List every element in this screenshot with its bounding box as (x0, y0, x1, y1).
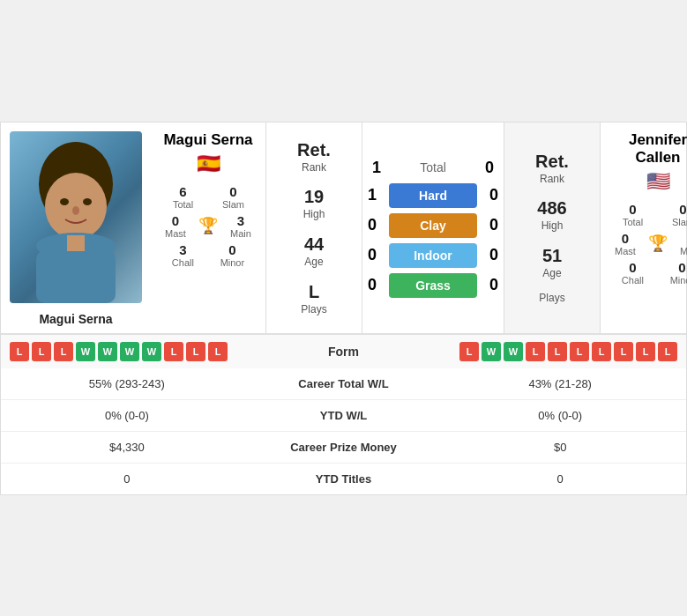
grass-score-left: 0 (362, 276, 382, 294)
top-section: Magui Serna Magui Serna 🇪🇸 6 Total 0 Sla… (1, 122, 686, 333)
right-main-label: Main (680, 246, 687, 256)
svg-point-2 (60, 198, 69, 205)
form-label: Form (328, 345, 359, 359)
right-total-value: 0 (612, 202, 653, 217)
right-total-stat: 0 Total (612, 202, 653, 227)
left-age-value: 44 (304, 233, 324, 256)
form-badge: L (614, 342, 633, 361)
form-badge: W (142, 342, 161, 361)
left-player-stats: 6 Total 0 Slam (155, 184, 261, 210)
right-player-flag: 🇺🇸 (646, 170, 670, 193)
left-slam-stat: 0 Slam (213, 184, 254, 210)
svg-point-3 (83, 198, 92, 205)
indoor-surface-button: Indoor (389, 243, 477, 268)
total-score-row: 1 Total 0 (362, 155, 504, 181)
form-section: LLLWWWWLLL Form LWWLLLLLLL (1, 333, 686, 368)
left-minor-stat: 0 Minor (220, 242, 245, 268)
form-badge: L (186, 342, 205, 361)
left-trophy-icon: 🏆 (198, 213, 218, 239)
left-minor-value: 0 (220, 242, 245, 257)
stats-row-left-value: 55% (293-243) (19, 377, 235, 390)
right-slam-stat: 0 Slam (662, 202, 687, 227)
right-rank-box: Ret. Rank (535, 150, 569, 187)
right-rank-label: Rank (535, 173, 569, 187)
left-slam-label: Slam (213, 199, 254, 210)
stats-row-left-value: $4,330 (19, 441, 235, 454)
left-total-value: 6 (162, 184, 204, 199)
form-badge: L (164, 342, 183, 361)
left-slam-value: 0 (213, 184, 254, 199)
indoor-score-right: 0 (484, 246, 504, 264)
form-badge: L (548, 342, 567, 361)
form-badge: L (658, 342, 677, 361)
form-badge: L (10, 342, 29, 361)
right-rank-value: Ret. (535, 150, 569, 173)
right-trophy-icon: 🏆 (648, 231, 668, 256)
right-form-badges: LWWLLLLLLL (459, 342, 677, 361)
svg-point-4 (72, 206, 79, 215)
right-minor-label: Minor (670, 275, 687, 286)
form-badge: L (208, 342, 228, 361)
right-mast-label: Mast (615, 246, 636, 256)
right-slam-label: Slam (662, 217, 687, 227)
left-mast-label: Mast (165, 228, 186, 239)
clay-score-right: 0 (484, 216, 504, 234)
left-age-box: 44 Age (304, 233, 324, 270)
left-chall-stat: 3 Chall (172, 242, 194, 268)
form-badge: W (120, 342, 139, 361)
left-minor-label: Minor (220, 257, 245, 268)
stats-row-label: Career Total W/L (235, 377, 452, 390)
left-high-label: High (303, 208, 325, 222)
left-total-label: Total (162, 199, 204, 210)
stats-row-label: Career Prize Money (235, 441, 452, 454)
left-player-name-below: Magui Serna (5, 312, 146, 326)
form-badge: W (482, 342, 501, 361)
left-main-label: Main (230, 228, 251, 239)
right-player-name: Jennifer Callen (605, 131, 687, 167)
middle-scores: 1 Total 0 1 Hard 0 0 Clay 0 0 Indoor 0 (362, 122, 504, 333)
right-age-value: 51 (542, 244, 562, 267)
right-total-label: Total (612, 217, 653, 227)
hard-score-left: 1 (362, 186, 382, 204)
stats-row-right-value: $0 (452, 441, 668, 454)
form-badge: W (98, 342, 117, 361)
stats-row-left-value: 0 (19, 472, 235, 486)
left-player-name: Magui Serna (163, 131, 252, 149)
right-mast-value: 0 (615, 231, 636, 246)
career-stats-section: 55% (293-243)Career Total W/L43% (21-28)… (1, 368, 686, 494)
right-age-label: Age (542, 267, 562, 281)
right-chall-label: Chall (622, 275, 644, 286)
form-badge: L (459, 342, 479, 361)
indoor-score-row: 0 Indoor 0 (362, 241, 504, 271)
left-player-info: Magui Serna 🇪🇸 6 Total 0 Slam 0 Mast (151, 122, 265, 333)
form-badge: L (570, 342, 589, 361)
right-plays-box: Plays (539, 292, 564, 306)
left-mast-value: 0 (165, 213, 186, 228)
left-age-label: Age (304, 256, 324, 270)
left-mast-stat: 0 Mast (165, 213, 186, 239)
right-main-value: 0 (680, 231, 687, 246)
left-high-box: 19 High (303, 185, 325, 222)
stats-row: 55% (293-243)Career Total W/L43% (21-28) (1, 368, 686, 400)
right-player-ranking-stats: Ret. Rank 486 High 51 Age Plays (504, 122, 601, 333)
form-badge: W (504, 342, 523, 361)
left-rank-box: Ret. Rank (297, 138, 331, 175)
form-badge: L (636, 342, 655, 361)
left-rank-value: Ret. (297, 138, 331, 161)
right-player-stats: 0 Total 0 Slam (605, 202, 687, 227)
right-minor-value: 0 (670, 260, 687, 275)
left-chall-value: 3 (172, 242, 194, 257)
right-player-info: Jennifer Callen 🇺🇸 0 Total 0 Slam 0 Mast (601, 122, 687, 333)
total-score-right: 0 (480, 159, 499, 177)
left-total-stat: 6 Total (162, 184, 204, 210)
right-high-value: 486 (537, 197, 566, 219)
form-badge: L (592, 342, 611, 361)
right-mast-stat: 0 Mast (615, 231, 636, 256)
right-plays-label: Plays (539, 292, 564, 306)
right-main-stat: 0 Main (680, 231, 687, 256)
right-age-box: 51 Age (542, 244, 562, 281)
form-badge: W (76, 342, 95, 361)
stats-row-left-value: 0% (0-0) (19, 409, 235, 422)
left-main-value: 3 (230, 213, 251, 228)
total-label: Total (393, 160, 473, 174)
